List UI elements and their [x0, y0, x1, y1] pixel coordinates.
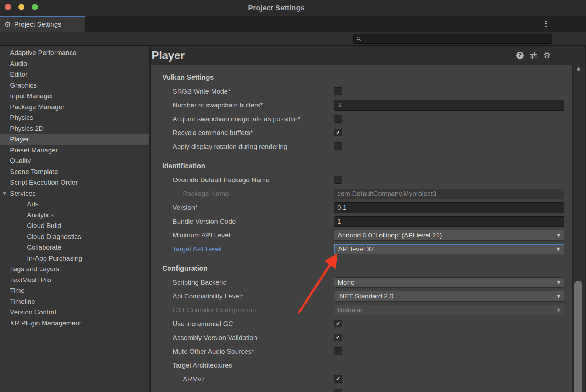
- check-icon: ✔: [336, 320, 340, 327]
- sidebar-item[interactable]: Version Control: [0, 307, 149, 318]
- vertical-scrollbar[interactable]: ▲: [572, 65, 585, 392]
- checkbox[interactable]: ✔: [334, 129, 342, 136]
- scroll-up-arrow-icon[interactable]: ▲: [573, 66, 585, 71]
- sidebar-item[interactable]: Audio: [0, 58, 149, 69]
- settings-row: Bundle Version Code 1: [151, 214, 572, 228]
- sidebar-item[interactable]: Graphics: [0, 80, 149, 91]
- settings-row: SRGB Write Mode*: [151, 84, 572, 98]
- gear-icon: ⚙: [4, 21, 11, 28]
- dropdown[interactable]: API level 32 ▼: [334, 244, 564, 254]
- sidebar-item[interactable]: Quality: [0, 156, 149, 167]
- text-input[interactable]: com.DefaultCompany.Myproject3: [334, 189, 564, 199]
- foldout-triangle-icon[interactable]: ▼: [3, 188, 6, 199]
- row-label: Version*: [173, 201, 198, 214]
- gear-icon[interactable]: ⚙: [543, 51, 551, 60]
- settings-section: Vulkan Settings SRGB Write Mode* Number …: [151, 71, 572, 153]
- sidebar-item[interactable]: Analytics: [0, 210, 149, 221]
- settings-category-list: Adaptive Performance Audio Editor Graphi…: [0, 46, 149, 392]
- sidebar-item[interactable]: TextMesh Pro: [0, 275, 149, 286]
- row-label: Assembly Version Validation: [173, 331, 257, 345]
- presets-icon[interactable]: [529, 51, 537, 60]
- chevron-down-icon: ▼: [557, 245, 560, 254]
- sidebar-item[interactable]: Package Manager: [0, 102, 149, 113]
- settings-row: [151, 386, 572, 392]
- sidebar-item-label: Scene Template: [10, 168, 58, 175]
- sidebar-item[interactable]: In-App Purchasing: [0, 253, 149, 264]
- search-input[interactable]: [364, 34, 552, 43]
- dropdown[interactable]: Mono ▼: [334, 277, 564, 288]
- row-label: Use incremental GC: [173, 317, 233, 331]
- sidebar-item[interactable]: Time: [0, 285, 149, 296]
- checkbox[interactable]: [334, 115, 342, 123]
- sidebar-item[interactable]: Cloud Diagnostics: [0, 231, 149, 242]
- sidebar-item[interactable]: XR Plugin Management: [0, 318, 149, 329]
- sidebar-item-label: Analytics: [27, 211, 54, 219]
- toolbar: [0, 32, 586, 46]
- settings-row: Number of swapchain buffers* 3: [151, 98, 572, 112]
- sidebar-item[interactable]: Editor: [0, 69, 149, 80]
- check-icon: ✔: [336, 334, 340, 341]
- checkbox[interactable]: [334, 176, 342, 184]
- checkbox[interactable]: [334, 142, 342, 150]
- checkbox[interactable]: [334, 87, 342, 95]
- text-input[interactable]: 0.1: [334, 202, 564, 213]
- sidebar-item[interactable]: Script Execution Order: [0, 177, 149, 188]
- main-header: Player ? ⚙: [151, 46, 586, 65]
- sidebar-item-label: Adaptive Performance: [10, 49, 77, 56]
- sidebar-item[interactable]: Player: [0, 134, 149, 145]
- checkbox[interactable]: ✔: [334, 320, 342, 327]
- minimize-button[interactable]: [18, 4, 24, 10]
- settings-row: Target API Level API level 32 ▼: [151, 242, 572, 256]
- row-label: Override Default Package Name: [173, 173, 270, 187]
- section-rows: Override Default Package Name Package Na…: [151, 173, 572, 256]
- dropdown[interactable]: Release ▼: [334, 305, 564, 315]
- row-label: Minimum API Level: [173, 228, 230, 242]
- tab-project-settings[interactable]: ⚙ Project Settings: [0, 16, 85, 32]
- sidebar-item-label: XR Plugin Management: [10, 319, 81, 327]
- sidebar-item[interactable]: Cloud Build: [0, 220, 149, 231]
- sidebar-item[interactable]: Tags and Layers: [0, 264, 149, 275]
- sidebar-item-label: Ads: [27, 200, 39, 208]
- checkbox[interactable]: ✔: [334, 375, 342, 383]
- settings-section: Identification Override Default Package …: [151, 159, 572, 256]
- sidebar-item-label: Script Execution Order: [10, 179, 78, 186]
- chevron-down-icon: ▼: [557, 230, 560, 240]
- sidebar-item[interactable]: Preset Manager: [0, 145, 149, 156]
- settings-row: Apply display rotation during rendering: [151, 140, 572, 153]
- search-icon: [356, 36, 362, 41]
- sidebar-item[interactable]: Physics 2D: [0, 123, 149, 134]
- help-icon[interactable]: ?: [516, 52, 524, 59]
- chevron-down-icon: ▼: [557, 305, 560, 315]
- sidebar-item-label: Physics: [10, 114, 33, 121]
- sidebar-item-label: Input Manager: [10, 92, 53, 100]
- checkbox[interactable]: [334, 389, 342, 392]
- main-panel: Player ? ⚙ Vulkan Settings SRGB Wri: [151, 46, 586, 392]
- search-box[interactable]: [353, 34, 552, 44]
- dropdown[interactable]: Android 5.0 'Lollipop' (API level 21) ▼: [334, 230, 564, 241]
- check-icon: ✔: [336, 376, 340, 382]
- sidebar-item[interactable]: Timeline: [0, 296, 149, 307]
- settings-content: Vulkan Settings SRGB Write Mode* Number …: [151, 65, 572, 392]
- sidebar-item-label: Editor: [10, 71, 28, 78]
- sidebar-item[interactable]: Ads: [0, 199, 149, 210]
- project-settings-window: Project Settings ⚙ Project Settings Adap…: [0, 0, 586, 392]
- sidebar-item-label: Collaborate: [27, 243, 61, 251]
- sidebar-item[interactable]: Adaptive Performance: [0, 47, 149, 58]
- more-menu-icon[interactable]: [541, 19, 551, 29]
- text-input[interactable]: 1: [334, 216, 564, 227]
- scrollbar-thumb[interactable]: [574, 281, 582, 392]
- sidebar-item[interactable]: Input Manager: [0, 91, 149, 102]
- sidebar-item[interactable]: Collaborate: [0, 242, 149, 253]
- sidebar-item-label: Services: [10, 190, 36, 197]
- close-button[interactable]: [5, 4, 11, 10]
- row-label: C++ Compiler Configuration: [173, 303, 256, 317]
- sidebar-item[interactable]: Scene Template: [0, 167, 149, 178]
- checkbox[interactable]: [334, 347, 342, 355]
- sidebar-item[interactable]: ▼ Services: [0, 188, 149, 199]
- zoom-button[interactable]: [32, 4, 38, 10]
- dropdown[interactable]: .NET Standard 2.0 ▼: [334, 291, 564, 302]
- checkbox[interactable]: ✔: [334, 334, 342, 341]
- text-input[interactable]: 3: [334, 100, 564, 111]
- settings-row: Package Name com.DefaultCompany.Myprojec…: [151, 187, 572, 201]
- sidebar-item[interactable]: Physics: [0, 112, 149, 123]
